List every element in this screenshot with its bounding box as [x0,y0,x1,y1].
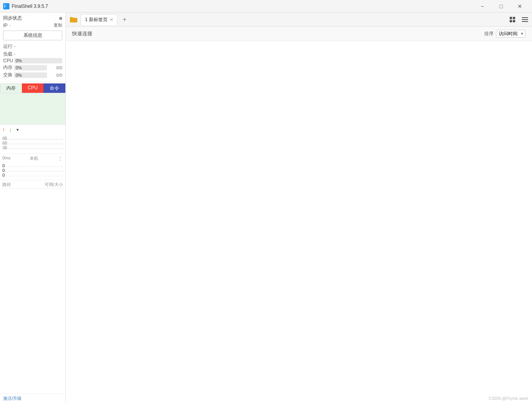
sort-select[interactable]: 访问时间 名称 创建时间 [496,30,526,38]
net-label-3b: 3B [2,146,7,150]
latency-line-2 [2,171,63,172]
cpu-label: CPU [3,58,14,63]
svg-rect-6 [522,17,528,18]
latency-val-0: 0 [2,163,5,168]
sort-section: 排序 访问时间 名称 创建时间 [484,30,526,38]
swap-metric-row: 交换 0% 0/0 [3,72,62,78]
svg-rect-5 [513,20,515,22]
minimize-button[interactable]: − [473,0,491,13]
list-view-button[interactable] [519,14,530,25]
load-label: 负载 - [3,51,62,58]
latency-more-icon[interactable]: ⋮ [58,155,63,162]
swap-label: 交换 [3,72,14,78]
latency-chart: 0 0 0 [2,163,63,178]
sort-label: 排序 [484,31,494,37]
disk-path-label: 路径 [2,182,40,188]
grid-view-button[interactable] [507,14,518,25]
download-arrow-icon: ↓ [9,127,12,133]
tab-1-label: 1 新标签页 [85,16,108,23]
sys-info-button[interactable]: 系统信息 [3,31,62,40]
tab-add-button[interactable]: + [119,14,130,25]
tab-bar: 1 新标签页 × + [66,13,532,27]
latency-val-2: 0 [2,173,5,177]
net-line-6b [2,144,63,144]
tab-cpu[interactable]: CPU [22,83,44,93]
latency-header: 0ms 本机 ⋮ [2,155,63,162]
ip-label: IP [3,23,7,28]
swap-ratio: 0/0 [48,73,62,78]
tab-1-close-icon[interactable]: × [110,17,113,22]
maximize-button[interactable]: □ [492,0,510,13]
sidebar-monitor-tabs: 内存 CPU 命令 [0,83,65,93]
upload-arrow-icon: ↑ [2,127,5,133]
app-body: 同步状态 IP - 复制 系统信息 运行 - 负载 - CPU 0% [0,13,532,403]
svg-rect-3 [513,17,515,19]
mem-bar: 0% [14,65,47,70]
latency-section: 0ms 本机 ⋮ 0 0 0 [0,154,65,180]
cpu-value: 0% [16,58,22,63]
mem-value: 0% [16,65,22,70]
net-line-9b [2,139,63,139]
folder-icon-button[interactable] [67,13,80,26]
mem-metric-row: 内存 0% 0/0 [3,64,62,71]
latency-host-label: 本机 [30,155,38,162]
swap-bar: 0% [14,72,47,78]
svg-rect-7 [522,19,528,20]
net-arrows: ↑ ↓ ▼ [2,127,20,133]
latency-val-1: 0 [2,168,5,173]
net-header: ↑ ↓ ▼ [2,127,63,133]
disk-header: 路径 可用/大小 [2,182,63,189]
svg-rect-4 [510,20,512,22]
cpu-bar: 0% [14,58,62,63]
tab-cmd[interactable]: 命令 [43,83,65,93]
latency-line-1 [2,166,63,167]
ip-dash: - [9,23,54,28]
sync-label: 同步状态 [3,15,22,22]
swap-value: 0% [16,72,22,78]
sync-dot [59,17,62,20]
mem-ratio: 0/0 [48,65,62,70]
running-label: 运行 - [3,43,62,50]
activate-upgrade-button[interactable]: 激活/升级 [0,394,65,403]
title-bar: F FinalShell 3.9.5.7 − □ ✕ [0,0,532,13]
disk-section: 路径 可用/大小 [0,180,65,394]
net-expand-icon[interactable]: ▼ [16,128,20,132]
latency-label: 0ms [2,155,11,162]
tab-mem[interactable]: 内存 [0,83,22,93]
sort-select-wrap: 访问时间 名称 创建时间 [496,30,526,38]
net-line-3b [2,148,63,149]
tab-1[interactable]: 1 新标签页 × [81,14,117,25]
sync-row: 同步状态 [3,15,62,22]
sidebar-info: 同步状态 IP - 复制 系统信息 运行 - 负载 - CPU 0% [0,13,65,82]
monitor-chart-area [0,93,65,125]
close-button[interactable]: ✕ [511,0,529,13]
content-area [66,41,532,403]
cpu-metric-row: CPU 0% [3,58,62,63]
mem-label: 内存 [3,64,14,71]
ip-row: IP - 复制 [3,22,62,28]
quick-connect-bar: 快速连接 排序 访问时间 名称 创建时间 [66,27,532,41]
disk-size-label: 可用/大小 [40,182,63,188]
net-label-6b: 6B [2,141,7,145]
svg-text:F: F [4,4,6,9]
sidebar: 同步状态 IP - 复制 系统信息 运行 - 负载 - CPU 0% [0,13,66,403]
svg-rect-8 [522,21,528,22]
tab-bar-right [507,14,530,25]
svg-rect-2 [510,17,512,19]
network-section: ↑ ↓ ▼ 9B 6B 3B [0,125,65,154]
copy-button[interactable]: 复制 [54,22,62,28]
network-chart: 9B 6B 3B [2,134,63,151]
main-content: 1 新标签页 × + [66,13,532,403]
window-controls: − □ ✕ [473,0,529,13]
footer-watermark: CSDN @Flyme awei [489,396,528,401]
app-icon: F [3,3,9,9]
quick-connect-label: 快速连接 [72,30,92,37]
net-label-9b: 9B [2,136,7,141]
app-title: FinalShell 3.9.5.7 [12,4,473,9]
latency-line-3 [2,176,63,176]
